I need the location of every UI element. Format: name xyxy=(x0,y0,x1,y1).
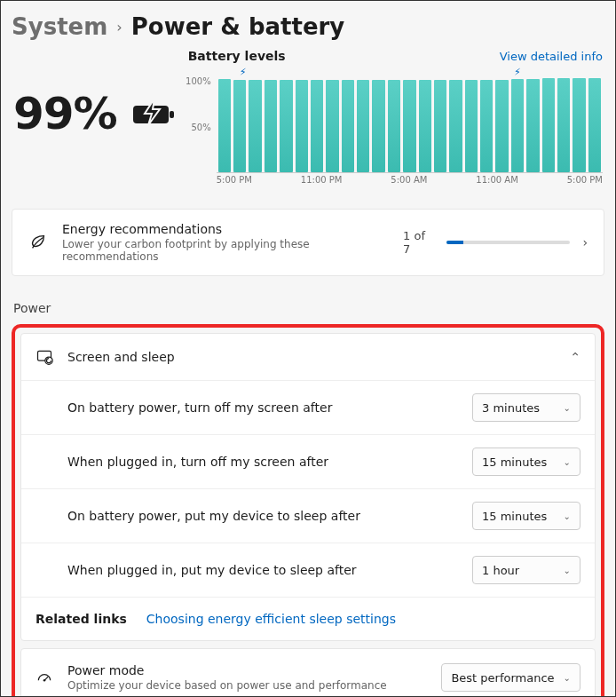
chart-bar xyxy=(526,79,539,172)
battery-charging-icon xyxy=(131,99,176,129)
energy-recommendations-title: Energy recommendations xyxy=(62,222,389,236)
power-mode-subtitle: Optimize your device based on power use … xyxy=(67,679,387,692)
select-value: 3 minutes xyxy=(482,401,540,415)
chevron-up-icon: ⌃ xyxy=(570,350,580,364)
chart-bar xyxy=(495,80,508,172)
battery-percent-block: 99% xyxy=(12,49,176,139)
related-links-label: Related links xyxy=(36,612,127,626)
screen-and-sleep-title: Screen and sleep xyxy=(67,350,175,364)
gauge-icon xyxy=(36,669,53,686)
chevron-right-icon: › xyxy=(582,235,588,249)
chart-bar xyxy=(511,79,524,172)
breadcrumb: System › Power & battery xyxy=(12,13,604,40)
energy-recommendations-count: 1 of 7 xyxy=(403,229,434,256)
chevron-down-icon: ⌄ xyxy=(564,566,571,575)
power-mode-panel: Power mode Optimize your device based on… xyxy=(20,648,596,697)
energy-recommendations-card[interactable]: Energy recommendations Lower your carbon… xyxy=(12,209,604,276)
power-mode-title: Power mode xyxy=(67,663,387,677)
select-value: Best performance xyxy=(451,671,554,685)
chart-bar xyxy=(449,80,462,172)
setting-label: On battery power, turn off my screen aft… xyxy=(67,400,332,415)
select-value: 15 minutes xyxy=(482,510,547,523)
energy-recommendations-progress xyxy=(446,241,571,244)
chart-bar xyxy=(573,78,585,172)
chevron-down-icon: ⌄ xyxy=(564,673,571,683)
chart-bar xyxy=(233,80,246,172)
page-title: Power & battery xyxy=(131,13,345,40)
chart-bar xyxy=(372,80,384,172)
x-tick: 11:00 AM xyxy=(476,175,517,187)
screen-off-battery-select[interactable]: 3 minutes ⌄ xyxy=(472,393,580,422)
chart-bar xyxy=(465,80,478,172)
power-mode-text: Power mode Optimize your device based on… xyxy=(67,663,387,692)
setting-label: On battery power, put my device to sleep… xyxy=(67,509,360,523)
highlighted-settings-group: Screen and sleep ⌃ On battery power, tur… xyxy=(12,324,604,697)
battery-percent: 99% xyxy=(13,88,117,139)
chart-bar xyxy=(218,79,231,172)
energy-efficient-sleep-link[interactable]: Choosing energy efficient sleep settings xyxy=(146,612,396,626)
x-tick: 11:00 PM xyxy=(301,175,343,187)
sleep-battery-select[interactable]: 15 minutes ⌄ xyxy=(472,502,580,530)
power-battery-page: System › Power & battery 99% Battery lev… xyxy=(0,0,616,697)
select-value: 1 hour xyxy=(482,564,519,577)
breadcrumb-parent[interactable]: System xyxy=(12,13,107,40)
chart-bar xyxy=(434,80,446,172)
chevron-down-icon: ⌄ xyxy=(564,403,571,413)
chart-bar xyxy=(342,80,354,172)
chart-bar xyxy=(280,80,292,172)
select-value: 15 minutes xyxy=(482,455,547,469)
energy-recommendations-text: Energy recommendations Lower your carbon… xyxy=(62,222,389,263)
chevron-down-icon: ⌄ xyxy=(564,457,571,467)
battery-levels-chart[interactable]: 100% 50% ⚡ ⚡ 5:00 PM 11:00 PM 5:00 AM 11… xyxy=(217,68,603,187)
chart-bar xyxy=(480,80,493,172)
screen-and-sleep-header[interactable]: Screen and sleep ⌃ xyxy=(21,334,595,380)
screen-and-sleep-panel: Screen and sleep ⌃ On battery power, tur… xyxy=(20,333,596,641)
leaf-icon xyxy=(28,233,48,252)
setting-label: When plugged in, put my device to sleep … xyxy=(67,563,357,577)
chevron-down-icon: ⌄ xyxy=(564,511,571,521)
chart-x-axis: 5:00 PM 11:00 PM 5:00 AM 11:00 AM 5:00 P… xyxy=(217,175,603,187)
battery-chart-block: Battery levels View detailed info 100% 5… xyxy=(176,49,604,187)
chart-bar xyxy=(311,80,323,172)
chart-bar xyxy=(557,78,570,172)
chart-bar xyxy=(249,80,261,172)
screen-sleep-icon xyxy=(36,348,53,366)
power-section-heading: Power xyxy=(13,301,603,315)
svg-rect-1 xyxy=(170,111,174,118)
power-mode-row: Power mode Optimize your device based on… xyxy=(21,649,595,697)
power-mode-select[interactable]: Best performance ⌄ xyxy=(441,663,580,692)
sleep-battery-row: On battery power, put my device to sleep… xyxy=(21,488,595,543)
svg-point-6 xyxy=(43,679,46,682)
x-tick: 5:00 AM xyxy=(391,175,427,187)
chart-bar xyxy=(588,78,601,172)
x-tick: 5:00 PM xyxy=(217,175,252,187)
sleep-plugged-row: When plugged in, put my device to sleep … xyxy=(21,543,595,597)
chart-bar xyxy=(388,80,400,172)
chart-bar xyxy=(357,80,369,172)
chart-bar xyxy=(326,80,338,172)
screen-off-plugged-select[interactable]: 15 minutes ⌄ xyxy=(472,448,580,476)
x-tick: 5:00 PM xyxy=(567,175,603,187)
chart-bar xyxy=(403,80,415,172)
chart-bar xyxy=(296,80,308,172)
lightning-icon: ⚡ xyxy=(514,67,521,78)
screen-off-plugged-row: When plugged in, turn off my screen afte… xyxy=(21,434,595,488)
sleep-plugged-select[interactable]: 1 hour ⌄ xyxy=(472,556,580,584)
chart-bar xyxy=(542,78,555,172)
related-links-row: Related links Choosing energy efficient … xyxy=(21,597,595,640)
screen-off-battery-row: On battery power, turn off my screen aft… xyxy=(21,380,595,434)
chart-y-axis: 100% 50% xyxy=(186,68,215,173)
y-tick: 100% xyxy=(186,76,211,86)
setting-label: When plugged in, turn off my screen afte… xyxy=(67,455,328,469)
y-tick: 50% xyxy=(191,123,210,132)
chevron-right-icon: › xyxy=(116,19,122,36)
view-detailed-info-link[interactable]: View detailed info xyxy=(500,50,603,63)
battery-overview: 99% Battery levels View detailed info 10… xyxy=(12,49,604,187)
chart-bar xyxy=(265,80,277,172)
chart-plot-area: ⚡ ⚡ xyxy=(217,68,603,173)
chart-bar xyxy=(419,80,431,172)
energy-recommendations-subtitle: Lower your carbon footprint by applying … xyxy=(62,238,389,263)
chart-title: Battery levels xyxy=(188,49,286,63)
lightning-icon: ⚡ xyxy=(240,67,247,78)
